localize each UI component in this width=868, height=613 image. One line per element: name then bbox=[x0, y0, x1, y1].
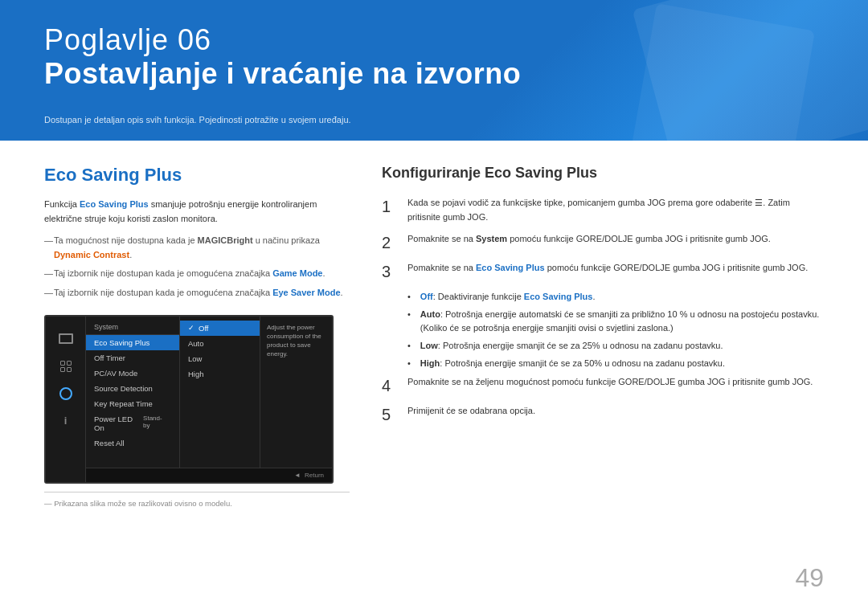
step-2-text: Pomaknite se na System pomoću funkcije G… bbox=[407, 232, 824, 247]
step-1-text: Kada se pojavi vodič za funkcijske tipke… bbox=[407, 196, 824, 224]
menu-item-eco: Eco Saving Plus bbox=[86, 335, 179, 350]
step-5: 5 Primijenit će se odabrana opcija. bbox=[382, 404, 824, 425]
header-subtitle: Dostupan je detaljan opis svih funkcija.… bbox=[44, 115, 351, 125]
right-section-title: Konfiguriranje Eco Saving Plus bbox=[382, 165, 824, 182]
sub-item-auto: Auto bbox=[180, 336, 260, 351]
menu-item-reset: Reset All bbox=[86, 435, 179, 451]
step-3-number: 3 bbox=[382, 261, 398, 282]
step-3: 3 Pomaknite se na Eco Saving Plus pomoću… bbox=[382, 261, 824, 282]
left-column: Eco Saving Plus Funkcija Eco Saving Plus… bbox=[44, 165, 350, 589]
sub-item-off: Off bbox=[180, 321, 260, 336]
monitor-menu: System Eco Saving Plus Off Timer PC/AV M… bbox=[86, 317, 179, 482]
return-label: Return bbox=[305, 472, 324, 479]
menu-item-offtimer: Off Timer bbox=[86, 350, 179, 366]
step-2-number: 2 bbox=[382, 232, 398, 253]
menu-header: System bbox=[86, 321, 179, 335]
monitor-icon-gear bbox=[58, 387, 74, 400]
dash-item-2: Taj izbornik nije dostupan kada je omogu… bbox=[44, 267, 350, 281]
monitor-icon-screen bbox=[58, 333, 74, 345]
monitor-mockup: i System Eco Saving Plus Off Timer PC/AV… bbox=[44, 315, 334, 484]
page-number: 49 bbox=[795, 563, 824, 593]
right-column: Konfiguriranje Eco Saving Plus 1 Kada se… bbox=[382, 165, 824, 589]
dash-item-3: Taj izbornik nije dostupan kada je omogu… bbox=[44, 286, 350, 300]
step-4: 4 Pomaknite se na željenu mogućnost pomo… bbox=[382, 375, 824, 396]
monitor-content: i System Eco Saving Plus Off Timer PC/AV… bbox=[46, 317, 332, 482]
steps-list: 1 Kada se pojavi vodič za funkcijske tip… bbox=[382, 196, 824, 425]
arrows-icon bbox=[60, 361, 72, 372]
step-3-text: Pomaknite se na Eco Saving Plus pomoću f… bbox=[407, 261, 824, 276]
header-content: Poglavlje 06 Postavljanje i vraćanje na … bbox=[44, 24, 521, 91]
monitor-submenu: Off Auto Low High bbox=[179, 317, 260, 482]
monitor-icon-info: i bbox=[58, 415, 74, 427]
bullet-low: Low: Potrošnja energije smanjit će se za… bbox=[407, 339, 824, 353]
step-4-text: Pomaknite se na željenu mogućnost pomoću… bbox=[407, 375, 824, 390]
chapter-label: Poglavlje 06 bbox=[44, 24, 521, 56]
menu-item-keyrepeat: Key Repeat Time bbox=[86, 396, 179, 411]
step-4-number: 4 bbox=[382, 375, 398, 396]
menu-item-pcav: PC/AV Mode bbox=[86, 366, 179, 381]
bullet-off: Off: Deaktiviranje funkcije Eco Saving P… bbox=[407, 290, 824, 304]
intro-text: Funkcija Eco Saving Plus smanjuje potroš… bbox=[44, 198, 350, 226]
monitor-desc: Adjust the power consumption of the prod… bbox=[260, 317, 332, 482]
bullet-auto: Auto: Potrošnja energije automatski će s… bbox=[407, 308, 824, 336]
left-section-title: Eco Saving Plus bbox=[44, 165, 350, 186]
step-1-number: 1 bbox=[382, 196, 398, 217]
dash-item-1: Ta mogućnost nije dostupna kada je MAGIC… bbox=[44, 234, 350, 262]
menu-item-source: Source Detection bbox=[86, 381, 179, 396]
main-content: Eco Saving Plus Funkcija Eco Saving Plus… bbox=[0, 141, 868, 613]
image-note: Prikazana slika može se razlikovati ovis… bbox=[44, 492, 350, 508]
info-icon: i bbox=[64, 415, 68, 427]
monitor-footer: ◄ Return bbox=[86, 468, 332, 482]
sub-item-low: Low bbox=[180, 351, 260, 366]
screen-icon bbox=[59, 333, 73, 344]
menu-item-powerled: Power LED OnStand-by bbox=[86, 411, 179, 435]
page-title: Postavljanje i vraćanje na izvorno bbox=[44, 56, 521, 91]
step-5-number: 5 bbox=[382, 404, 398, 425]
step-2: 2 Pomaknite se na System pomoću funkcije… bbox=[382, 232, 824, 253]
step-5-text: Primijenit će se odabrana opcija. bbox=[407, 404, 824, 419]
page-header: Poglavlje 06 Postavljanje i vraćanje na … bbox=[0, 0, 868, 141]
sub-item-high: High bbox=[180, 366, 260, 382]
bullet-list: Off: Deaktiviranje funkcije Eco Saving P… bbox=[407, 290, 824, 370]
return-arrow-icon: ◄ bbox=[294, 472, 301, 479]
monitor-icon-arrows bbox=[58, 360, 74, 373]
monitor-sidebar: i bbox=[46, 317, 86, 482]
step-1: 1 Kada se pojavi vodič za funkcijske tip… bbox=[382, 196, 824, 224]
header-decoration bbox=[547, 0, 868, 141]
gear-icon bbox=[59, 387, 72, 400]
bullet-high: High: Potrošnja energije smanjit će se z… bbox=[407, 357, 824, 371]
